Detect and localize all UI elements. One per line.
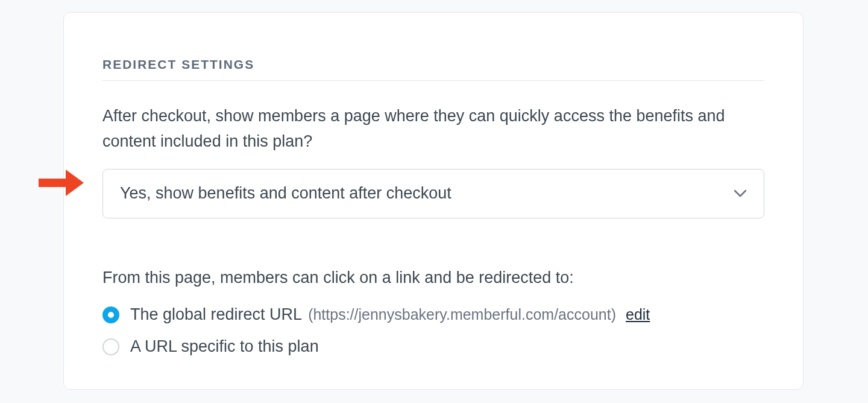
radio-label-text: The global redirect URL (130, 305, 302, 324)
redirect-radio-group: The global redirect URL (https://jennysb… (102, 305, 764, 356)
radio-option-global[interactable]: The global redirect URL (https://jennysb… (102, 305, 764, 324)
radio-circle-icon[interactable] (102, 338, 119, 355)
radio-label-specific: A URL specific to this plan (130, 337, 319, 356)
radio-circle-icon[interactable] (102, 306, 119, 323)
redirect-intro-text: From this page, members can click on a l… (102, 265, 764, 290)
benefits-select-value: Yes, show benefits and content after che… (120, 184, 451, 203)
benefits-select[interactable]: Yes, show benefits and content after che… (102, 169, 764, 218)
radio-option-specific[interactable]: A URL specific to this plan (102, 337, 764, 356)
section-title: REDIRECT SETTINGS (102, 57, 764, 81)
benefits-question: After checkout, show members a page wher… (102, 104, 764, 154)
pointer-arrow-icon (37, 167, 86, 199)
radio-label-text: A URL specific to this plan (130, 337, 319, 356)
redirect-settings-card: REDIRECT SETTINGS After checkout, show m… (63, 12, 804, 390)
benefits-select-wrapper: Yes, show benefits and content after che… (102, 169, 764, 218)
global-url-hint: (https://jennysbakery.memberful.com/acco… (308, 306, 616, 323)
chevron-down-icon (734, 187, 747, 200)
edit-global-url-link[interactable]: edit (626, 306, 650, 323)
radio-label-global: The global redirect URL (https://jennysb… (130, 305, 650, 324)
